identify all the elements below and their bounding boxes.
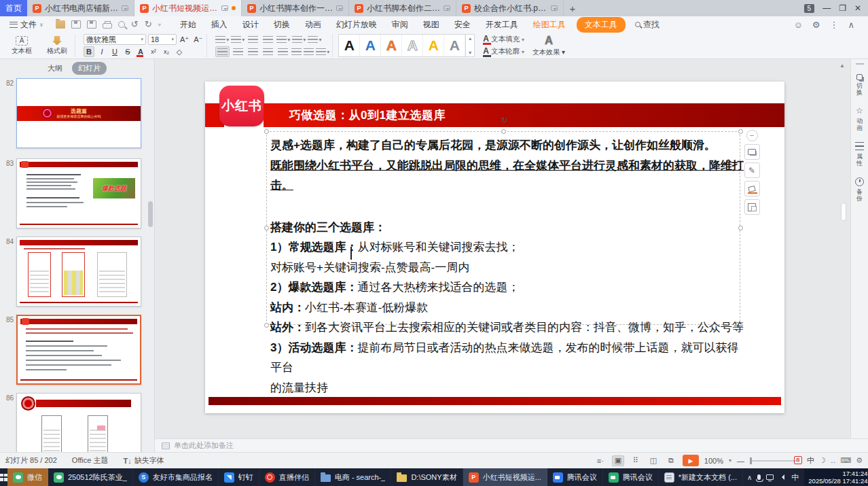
outline-tab[interactable]: 大纲 (48, 63, 62, 73)
gallery-scrollbar[interactable]: ▲▼ (465, 35, 474, 56)
slide-canvas[interactable]: 小红书 巧做选题：从0到1建立选题库 ↻ 灵感+选题库，构建了自己的专属后花园，… (155, 59, 850, 438)
zoom-caret-icon[interactable]: ▾ (729, 457, 731, 464)
format-painter-button[interactable]: 格式刷 (42, 36, 72, 56)
ime-more-icon[interactable]: ‥ (831, 456, 835, 465)
taskbar-item-wps-active[interactable]: P 小红书短视频运... (463, 468, 547, 486)
distribute-button[interactable] (276, 46, 289, 57)
slide-sorter-view-button[interactable]: ⠿ (630, 455, 642, 466)
collapse-toolbar-button[interactable]: − (746, 130, 758, 141)
frame-button[interactable] (744, 199, 760, 215)
font-name-combobox[interactable]: 微软雅黑▾ (84, 34, 146, 45)
slide-thumbnail-82[interactable]: 82 选题篇 获得更多推荐流量的核心密码 (0, 78, 141, 148)
taskbar-item-tencent-meeting-1[interactable]: 腾讯会议 (547, 468, 603, 486)
text-outline-button[interactable]: A 文本轮廓 ▾ (483, 46, 524, 57)
notes-toggle-icon[interactable]: ≡· (594, 455, 607, 466)
text-style-orange-outline[interactable]: A (381, 35, 402, 56)
taskbar-item-notepad[interactable]: *新建文本文档 (... (659, 468, 743, 486)
zoom-out-icon[interactable]: — (737, 457, 744, 465)
scroll-up-arrow-icon[interactable]: ▲ (839, 63, 845, 69)
reading-view-button[interactable]: ◫ (647, 455, 659, 466)
taskbar-item-dingtalk[interactable]: ◥ 钉钉 (219, 468, 259, 486)
start-button[interactable] (0, 468, 7, 486)
undo-icon[interactable]: ↺ (131, 20, 139, 29)
resize-handle-sw[interactable] (264, 323, 269, 328)
tab-drawing-tools[interactable]: 绘图工具 (526, 17, 573, 33)
qat-more-icon[interactable]: ▿ (158, 22, 161, 28)
taskbar-item-sogou-page[interactable]: S 友好市集商品报名 (133, 468, 219, 486)
home-tab[interactable]: 首页 (0, 0, 27, 16)
smiley-feedback-icon[interactable]: ☺ (794, 20, 803, 30)
doc-tab-2-active[interactable]: P 小红书短视频运营电商版.pptx (134, 0, 242, 16)
print-icon[interactable] (103, 23, 112, 29)
align-right-button[interactable] (247, 46, 259, 57)
slide-body-text[interactable]: 灵感+选题库，构建了自己的专属后花园，是源源不断的创作源头，让创作如丝般顺滑。 … (270, 135, 747, 398)
text-fill-button[interactable]: A 文本填充 ▾ (483, 34, 524, 45)
more-options-icon[interactable]: ⋮ (829, 20, 838, 30)
resize-handle-nw[interactable] (264, 129, 269, 134)
align-center-button[interactable] (232, 46, 245, 57)
taskbar-item-tencent-meeting-2[interactable]: 腾讯会议 (603, 468, 659, 486)
doc-tab-3[interactable]: P 小红书脚本创作一.pptx (242, 0, 349, 16)
tab-transition[interactable]: 切换 (267, 17, 297, 33)
theme-name[interactable]: Office 主题 (72, 455, 109, 466)
close-button[interactable]: ✕ (854, 3, 861, 13)
presenter-view-button[interactable]: ⧉ (665, 455, 677, 466)
xiaohongshu-logo[interactable]: 小红书 (219, 86, 264, 126)
tray-chevron-up-icon[interactable]: ∧ (747, 474, 752, 481)
insert-textbox-button[interactable]: A 文本框 (7, 36, 37, 56)
text-direction-button[interactable]: ▾ (308, 36, 321, 44)
slide-thumbnail-83[interactable]: 83 爆款选题 (0, 158, 141, 228)
sidebar-collapse-handle[interactable] (856, 63, 864, 65)
sidebar-item-transition[interactable]: 切换 (856, 74, 864, 96)
find-button[interactable]: 查找 (635, 19, 659, 31)
sidebar-item-properties[interactable]: 属性 (855, 142, 864, 167)
normal-view-button[interactable]: ▣ (612, 455, 624, 466)
slide-thumbnail-84[interactable]: 84 (0, 237, 141, 307)
thumbnail-image[interactable]: 选题篇 获得更多推荐流量的核心密码 (16, 78, 141, 148)
tab-slideshow[interactable]: 幻灯片放映 (329, 17, 384, 33)
sidebar-item-backup[interactable]: 备份 (855, 177, 864, 202)
microphone-icon[interactable] (757, 474, 761, 480)
increase-font-icon[interactable]: A⁺ (179, 34, 190, 45)
tab-view[interactable]: 视图 (416, 17, 446, 33)
strikethrough-button[interactable]: S (122, 46, 133, 57)
slide-85-editing-surface[interactable]: 小红书 巧做选题：从0到1建立选题库 ↻ 灵感+选题库，构建了自己的专属后花园，… (205, 82, 784, 413)
thumbnail-image[interactable]: 爆款选题 (16, 158, 141, 228)
rotate-handle-icon[interactable]: ↻ (499, 116, 509, 126)
doc-tab-1[interactable]: P 小红书电商店铺新玩法.pptx (27, 0, 134, 16)
paragraph-more-button[interactable]: ▾ (316, 48, 329, 56)
doc-tab-4[interactable]: P 小红书脚本创作二.pptx (349, 0, 456, 16)
ime-indicator[interactable]: 中 (791, 472, 799, 483)
line-spacing-button[interactable]: ▾ (276, 36, 290, 44)
ime-language-toggle[interactable]: 中 (807, 455, 814, 466)
network-icon[interactable] (766, 474, 774, 480)
text-style-white-outline[interactable]: A (402, 35, 423, 56)
canvas-scrollbar-thumb[interactable] (841, 203, 846, 221)
italic-button[interactable]: I (96, 46, 107, 57)
tab-security[interactable]: 安全 (448, 17, 477, 33)
slide-title-banner[interactable]: 巧做选题：从0到1建立选题库 (264, 103, 784, 127)
decrease-indent-icon[interactable] (247, 34, 259, 45)
taskbar-item-ecommerce-folder[interactable]: 电商 - search-_ (315, 468, 392, 486)
tab-insert[interactable]: 插入 (204, 17, 234, 33)
bullet-list-button[interactable]: ▾ (215, 36, 229, 44)
ime-moon-icon[interactable]: ☽ (819, 456, 826, 465)
slideshow-play-button[interactable]: ▶ (683, 455, 699, 466)
align-left-button[interactable] (215, 46, 230, 57)
open-file-icon[interactable] (56, 20, 65, 29)
clear-format-icon[interactable]: ◇ (174, 46, 185, 57)
sidebar-item-animation[interactable]: ☆ 动画 (856, 107, 864, 131)
file-menu[interactable]: 文件 ∨ (5, 19, 48, 31)
fill-color-button[interactable] (744, 181, 760, 196)
taskbar-clock[interactable]: 17:41:24 2025/05/28 17:41:24 (804, 469, 868, 485)
decrease-font-icon[interactable]: A⁻ (192, 34, 204, 45)
resize-handle-ne[interactable] (738, 129, 743, 134)
indent-left-button[interactable] (291, 48, 302, 56)
minimize-button[interactable]: — (822, 3, 831, 13)
pen-button[interactable]: ✎ (744, 162, 760, 178)
missing-font-warning[interactable]: T↓ 缺失字体 (123, 455, 164, 466)
thumbnail-image[interactable] (16, 237, 141, 307)
doc-tab-5[interactable]: P 校企合作小红书.pptx (456, 0, 564, 16)
tab-design[interactable]: 设计 (236, 17, 266, 33)
text-style-blue[interactable]: A (360, 35, 381, 56)
